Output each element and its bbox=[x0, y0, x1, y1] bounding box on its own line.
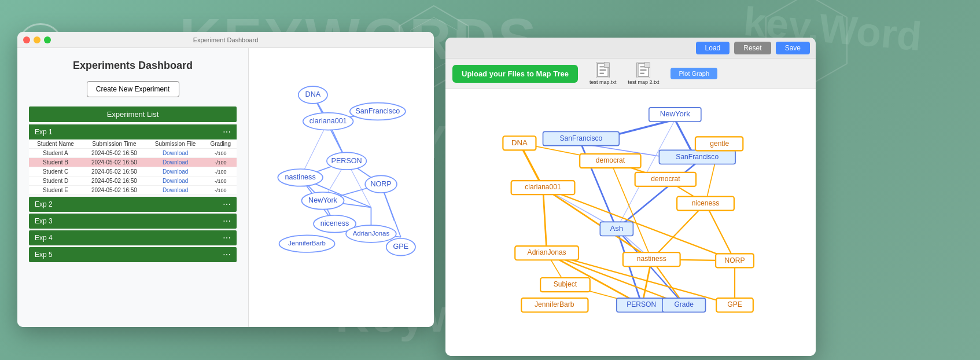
experiment-item-2[interactable]: Exp 2 ⋯ bbox=[29, 197, 237, 212]
dashboard-panel: Experiments Dashboard Create New Experim… bbox=[17, 48, 249, 327]
left-window-titlebar: Experiment Dashboard bbox=[17, 32, 434, 48]
table-row: Student A 2024-05-02 16:50 Download -/10… bbox=[29, 149, 237, 158]
load-button[interactable]: Load bbox=[696, 42, 730, 54]
experiment-list-header: Experiment List bbox=[29, 106, 237, 122]
node-GPE: GPE bbox=[386, 238, 415, 256]
submission-time: 2024-05-02 16:50 bbox=[82, 186, 146, 195]
exp4-menu[interactable]: ⋯ bbox=[223, 233, 231, 243]
left-graph-panel: DNA clariana001 SanFrancisco nastiness bbox=[249, 48, 434, 327]
left-window-title: Experiment Dashboard bbox=[193, 36, 259, 43]
exp2-label: Exp 2 bbox=[35, 200, 53, 208]
svg-text:NORP: NORP bbox=[725, 256, 745, 265]
svg-text:NORP: NORP bbox=[370, 180, 391, 188]
svg-text:NewYork: NewYork bbox=[308, 196, 338, 204]
file-name-2: test map 2.txt bbox=[628, 79, 659, 85]
experiment-item-4[interactable]: Exp 4 ⋯ bbox=[29, 230, 237, 245]
file-name-1: test map.txt bbox=[590, 79, 617, 85]
left-window: Experiment Dashboard Experiments Dashboa… bbox=[17, 32, 434, 327]
svg-text:PERSON: PERSON bbox=[627, 300, 656, 308]
svg-text:SanFrancisco: SanFrancisco bbox=[355, 107, 400, 115]
table-row: Student C 2024-05-02 16:50 Download -/10… bbox=[29, 167, 237, 177]
right-node-NORP: NORP bbox=[716, 254, 754, 267]
right-graph-svg: NewYork SanFrancisco SanFrancisco Ash PE… bbox=[445, 89, 816, 356]
grade: -/100 bbox=[204, 167, 237, 177]
maximize-button[interactable] bbox=[44, 36, 51, 43]
col-grading: Grading bbox=[204, 139, 237, 149]
right-node-JenniferBarb: JenniferBarb bbox=[521, 298, 588, 312]
svg-text:democrat: democrat bbox=[651, 175, 680, 183]
submission-file[interactable]: Download bbox=[146, 177, 204, 186]
exp3-menu[interactable]: ⋯ bbox=[223, 216, 231, 226]
right-window-titlebar: Load Reset Save bbox=[445, 38, 816, 58]
exp1-menu[interactable]: ⋯ bbox=[223, 127, 231, 137]
submission-file[interactable]: Download bbox=[146, 158, 204, 167]
right-node-SanFrancisco2: SanFrancisco bbox=[659, 150, 735, 164]
minimize-button[interactable] bbox=[34, 36, 40, 43]
svg-text:clariana001: clariana001 bbox=[310, 117, 347, 125]
submission-file[interactable]: Download bbox=[146, 149, 204, 158]
node-JenniferBarb: JenniferBarb bbox=[279, 235, 335, 252]
student-name: Student D bbox=[29, 177, 82, 186]
create-experiment-button[interactable]: Create New Experiment bbox=[87, 81, 179, 97]
exp4-label: Exp 4 bbox=[35, 234, 53, 242]
dashboard-title: Experiments Dashboard bbox=[29, 60, 237, 72]
right-graph-area: NewYork SanFrancisco SanFrancisco Ash PE… bbox=[445, 89, 816, 356]
svg-text:niceness: niceness bbox=[320, 219, 349, 227]
student-name: Student A bbox=[29, 149, 82, 158]
right-node-PERSON: PERSON bbox=[617, 298, 666, 312]
col-submission-file: Submission File bbox=[146, 139, 204, 149]
experiment-item-1[interactable]: Exp 1 ⋯ Student Name Submission Time Sub… bbox=[29, 124, 237, 195]
reset-button[interactable]: Reset bbox=[734, 42, 771, 54]
submission-file[interactable]: Download bbox=[146, 186, 204, 195]
svg-text:democrat: democrat bbox=[596, 156, 625, 164]
node-NORP: NORP bbox=[365, 175, 397, 193]
close-button[interactable] bbox=[23, 36, 30, 43]
svg-text:DNA: DNA bbox=[305, 90, 321, 98]
svg-text:nastiness: nastiness bbox=[637, 255, 666, 263]
right-node-nastiness: nastiness bbox=[623, 252, 680, 266]
svg-text:JenniferBarb: JenniferBarb bbox=[288, 240, 326, 247]
node-NewYork: NewYork bbox=[301, 192, 344, 210]
node-PERSON: PERSON bbox=[327, 152, 367, 170]
node-SanFrancisco: SanFrancisco bbox=[350, 103, 406, 120]
submission-time: 2024-05-02 16:50 bbox=[82, 167, 146, 177]
svg-text:Ash: Ash bbox=[610, 224, 624, 233]
exp1-table: Student Name Submission Time Submission … bbox=[29, 139, 237, 195]
right-header-row2: Upload your Files to Map Tree test map.t… bbox=[445, 58, 816, 89]
experiment-item-5[interactable]: Exp 5 ⋯ bbox=[29, 247, 237, 262]
file-icon-2 bbox=[636, 62, 650, 78]
svg-text:SanFrancisco: SanFrancisco bbox=[560, 134, 603, 142]
grade: -/100 bbox=[204, 177, 237, 186]
svg-text:gentle: gentle bbox=[710, 139, 729, 148]
exp5-menu[interactable]: ⋯ bbox=[223, 250, 231, 259]
experiment-item-3[interactable]: Exp 3 ⋯ bbox=[29, 214, 237, 229]
plot-graph-button[interactable]: Plot Graph bbox=[670, 68, 717, 79]
table-row: Student E 2024-05-02 16:50 Download -/10… bbox=[29, 186, 237, 195]
right-node-SanFrancisco-blue: SanFrancisco bbox=[543, 132, 620, 146]
student-name: Student C bbox=[29, 167, 82, 177]
file-item-2[interactable]: test map 2.txt bbox=[628, 62, 659, 85]
node-nastiness: nastiness bbox=[278, 169, 323, 186]
grade: -/100 bbox=[204, 158, 237, 167]
right-window: Load Reset Save Upload your Files to Map… bbox=[445, 38, 816, 356]
node-clariana001: clariana001 bbox=[303, 113, 353, 130]
right-node-niceness: niceness bbox=[677, 196, 734, 210]
upload-button[interactable]: Upload your Files to Map Tree bbox=[452, 65, 578, 83]
svg-text:Grade: Grade bbox=[674, 300, 694, 308]
svg-text:AdrianJonas: AdrianJonas bbox=[528, 248, 566, 256]
exp2-menu[interactable]: ⋯ bbox=[223, 200, 231, 209]
svg-text:nastiness: nastiness bbox=[285, 173, 316, 181]
save-button[interactable]: Save bbox=[776, 42, 810, 54]
right-node-NewYork: NewYork bbox=[649, 108, 701, 122]
svg-line-65 bbox=[543, 188, 547, 253]
svg-text:Subject: Subject bbox=[554, 280, 577, 288]
right-node-Subject: Subject bbox=[540, 278, 590, 292]
submission-file[interactable]: Download bbox=[146, 167, 204, 177]
table-row: Student B 2024-05-02 16:50 Download -/10… bbox=[29, 158, 237, 167]
node-AdrianJonas: AdrianJonas bbox=[346, 225, 396, 243]
svg-text:DNA: DNA bbox=[511, 138, 528, 147]
submission-time: 2024-05-02 16:50 bbox=[82, 177, 146, 186]
col-submission-time: Submission Time bbox=[82, 139, 146, 149]
node-DNA: DNA bbox=[299, 86, 327, 104]
file-item-1[interactable]: test map.txt bbox=[590, 62, 617, 85]
